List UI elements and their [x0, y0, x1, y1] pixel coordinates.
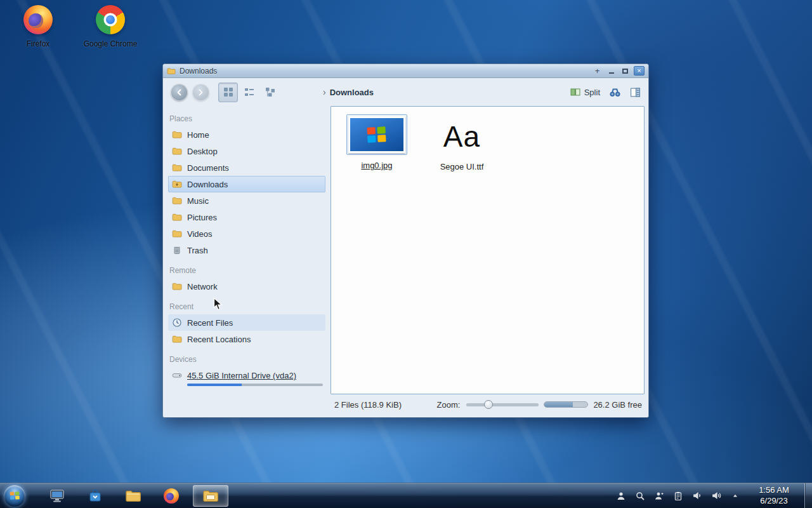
zoom-slider-handle[interactable] [484, 400, 493, 409]
sidebar-item-label: Pictures [187, 213, 217, 222]
compact-view-button[interactable] [239, 83, 259, 102]
desktop-icon-firefox[interactable]: Firefox [5, 5, 71, 48]
clock-icon [172, 318, 182, 328]
file-name[interactable]: Segoe UI.ttf [440, 162, 484, 171]
sidebar-item-downloads[interactable]: Downloads [168, 176, 325, 192]
files-summary: 2 Files (118.9 KiB) [334, 400, 402, 410]
clipboard-icon[interactable] [670, 487, 686, 505]
chrome-icon [96, 5, 125, 34]
folder-music-icon [172, 196, 182, 206]
taskbar-app-display-settings[interactable] [41, 485, 74, 507]
volume-low-icon[interactable] [689, 487, 705, 505]
sidebar-item-label: 45.5 GiB Internal Drive (vda2) [187, 371, 296, 380]
places-panel: Places Home Desktop Documents Downloads [168, 106, 325, 415]
trash-icon [172, 245, 182, 255]
details-view-button[interactable] [260, 83, 280, 102]
image-thumbnail [348, 116, 405, 153]
sidebar-item-label: Trash [187, 246, 208, 255]
titlebar[interactable]: Downloads + × [163, 64, 648, 78]
file-segoe-ui[interactable]: Aa Segoe UI.ttf [429, 114, 495, 171]
caret-up-icon[interactable] [727, 487, 743, 505]
desktop-icon-chrome[interactable]: Google Chrome [77, 5, 143, 48]
free-space-bar [544, 401, 588, 408]
close-button[interactable]: × [634, 66, 645, 76]
folder-icon [125, 488, 141, 504]
free-space-label: 26.2 GiB free [593, 400, 642, 410]
file-name[interactable]: img0.jpg [361, 161, 392, 170]
window-title: Downloads [180, 67, 217, 76]
sidebar-item-trash[interactable]: Trash [168, 242, 325, 258]
sidebar-item-music[interactable]: Music [168, 192, 325, 209]
sidebar-item-pictures[interactable]: Pictures [168, 209, 325, 225]
zoom-slider-track[interactable] [466, 403, 539, 406]
arrow-right-icon [197, 88, 205, 97]
volume-high-icon[interactable] [708, 487, 724, 505]
sidebar-item-internal-drive[interactable]: 45.5 GiB Internal Drive (vda2) [168, 368, 325, 386]
folder-documents-icon [172, 163, 182, 173]
folder-recent-icon [172, 334, 182, 344]
sidebar-item-videos[interactable]: Videos [168, 225, 325, 242]
taskbar-app-file-manager-active[interactable] [193, 485, 228, 507]
arrow-left-icon [175, 88, 183, 97]
binoculars-icon [609, 87, 621, 98]
sidebar-item-recent-files[interactable]: Recent Files [168, 314, 325, 331]
user-icon[interactable] [613, 487, 629, 505]
side-panel-icon [630, 87, 641, 98]
sidebar-item-network[interactable]: Network [168, 278, 325, 295]
sidebar-item-label: Recent Locations [187, 335, 251, 344]
breadcrumb-downloads[interactable]: Downloads [330, 88, 374, 97]
split-button[interactable]: Split [570, 87, 600, 97]
clock-date: 6/29/23 [747, 496, 801, 506]
taskbar-clock[interactable]: 1:56 AM 6/29/23 [747, 485, 801, 506]
desktop-icon-label: Firefox [5, 39, 71, 48]
folder-downloads-icon [172, 179, 182, 189]
sidebar-item-label: Network [187, 282, 218, 291]
breadcrumb[interactable]: › Downloads [323, 87, 374, 97]
back-button[interactable] [171, 84, 188, 101]
search-icon[interactable] [632, 487, 648, 505]
sidebar-item-label: Music [187, 196, 209, 206]
taskbar-app-firefox[interactable] [155, 485, 188, 507]
window-content: Places Home Desktop Documents Downloads [163, 106, 648, 417]
start-button[interactable] [4, 485, 25, 507]
sidebar-item-desktop[interactable]: Desktop [168, 143, 325, 159]
zoom-label: Zoom: [437, 400, 461, 410]
sidebar-item-label: Desktop [187, 147, 218, 156]
sidebar-item-recent-locations[interactable]: Recent Locations [168, 331, 325, 347]
window-folder-icon [167, 67, 176, 76]
hard-drive-icon [172, 370, 182, 380]
compact-view-icon [244, 86, 255, 98]
section-recent: Recent [168, 299, 325, 314]
taskbar-app-software[interactable] [79, 485, 112, 507]
show-desktop-button[interactable] [804, 483, 812, 508]
user-icon[interactable] [651, 487, 667, 505]
windows-flag-icon [10, 491, 20, 500]
zoom-slider[interactable] [466, 399, 539, 410]
clock-time: 1:56 AM [747, 485, 801, 495]
details-view-icon [265, 86, 276, 98]
toolbar: › Downloads Split [163, 78, 648, 106]
split-view-icon [570, 87, 580, 97]
section-places: Places [168, 111, 325, 126]
forward-button[interactable] [192, 84, 209, 101]
panel-toggle-button[interactable] [630, 87, 641, 98]
file-img0[interactable]: img0.jpg [344, 114, 410, 170]
section-devices: Devices [168, 352, 325, 367]
maximize-button[interactable] [620, 66, 631, 76]
folder-view[interactable]: img0.jpg Aa Segoe UI.ttf [331, 106, 645, 394]
folder-home-icon [172, 130, 182, 140]
sidebar-item-home[interactable]: Home [168, 126, 325, 143]
desktop-icon-label: Google Chrome [77, 39, 143, 48]
sidebar-item-documents[interactable]: Documents [168, 159, 325, 176]
minimize-button[interactable] [606, 66, 617, 76]
taskbar: 1:56 AM 6/29/23 [0, 483, 812, 508]
split-label: Split [584, 88, 600, 97]
icons-view-icon [223, 86, 234, 98]
taskbar-app-folder[interactable] [117, 485, 150, 507]
icons-view-button[interactable] [218, 83, 238, 102]
file-manager-window: Downloads + × [162, 64, 649, 418]
find-button[interactable] [609, 87, 621, 98]
folder-network-icon [172, 281, 182, 291]
pin-button[interactable]: + [592, 66, 603, 76]
sidebar-item-label: Documents [187, 163, 229, 173]
